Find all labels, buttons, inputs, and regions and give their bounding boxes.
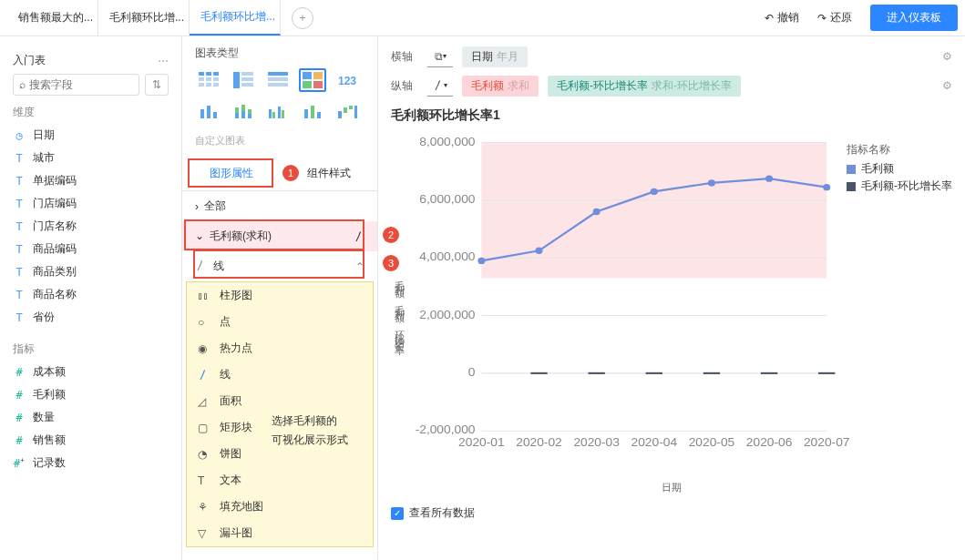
svg-text:0: 0 xyxy=(468,366,476,379)
text-icon: T xyxy=(13,175,26,188)
svg-point-61 xyxy=(477,258,485,264)
chart-type-bar[interactable] xyxy=(195,99,222,123)
svg-rect-36 xyxy=(317,112,321,118)
area-icon: ◿ xyxy=(198,395,210,408)
dd-text[interactable]: T文本 xyxy=(187,467,373,494)
checkbox-icon: ✓ xyxy=(391,507,404,520)
svg-point-64 xyxy=(651,188,658,195)
chart-type-bar-compare[interactable] xyxy=(299,99,326,123)
metric-sales[interactable]: #销售额 xyxy=(13,429,169,452)
dimensions-label: 维度 xyxy=(13,105,169,120)
chart-type-table-group[interactable] xyxy=(195,68,222,92)
chart-type-partition[interactable] xyxy=(299,68,326,92)
svg-rect-26 xyxy=(241,111,245,118)
dd-bar[interactable]: ⫾⫾柱形图 xyxy=(187,282,373,309)
hash-icon: # xyxy=(13,412,26,424)
svg-text:2020-07: 2020-07 xyxy=(804,436,850,449)
chart-type-bar-stack[interactable] xyxy=(230,99,257,123)
undo-icon: ↶ xyxy=(765,12,774,25)
svg-text:-2,000,000: -2,000,000 xyxy=(416,423,476,436)
svg-text:2020-01: 2020-01 xyxy=(458,436,505,449)
svg-rect-25 xyxy=(235,107,239,113)
dd-point[interactable]: ○点 xyxy=(187,309,373,335)
chart-type-kpi[interactable]: 123 xyxy=(334,68,361,92)
svg-rect-33 xyxy=(282,110,284,118)
dd-area[interactable]: ◿面积 xyxy=(187,388,373,414)
dd-funnel[interactable]: ▽漏斗图 xyxy=(187,520,373,546)
tab-1[interactable]: 毛利额环比增... xyxy=(98,0,190,36)
dd-map[interactable]: ⚘填充地图 xyxy=(187,494,373,520)
point-icon: ○ xyxy=(198,316,210,329)
all-series-row[interactable]: ›全部 xyxy=(182,191,377,221)
metric-qty[interactable]: #数量 xyxy=(13,406,169,429)
svg-rect-34 xyxy=(304,109,308,118)
sort-button[interactable]: ⇅ xyxy=(145,74,169,96)
redo-button[interactable]: ↷还原 xyxy=(817,10,852,25)
svg-rect-32 xyxy=(278,107,281,118)
add-tab-button[interactable]: ＋ xyxy=(292,7,313,29)
legend-swatch-2 xyxy=(847,182,856,191)
enter-dashboard-button[interactable]: 进入仪表板 xyxy=(870,5,958,31)
svg-text:123: 123 xyxy=(338,75,356,87)
search-input[interactable] xyxy=(29,78,133,91)
chart-plot[interactable]: 8,000,0006,000,0004,000,0002,000,0000-2,… xyxy=(408,133,952,479)
h-axis-settings-icon[interactable]: ⚙ xyxy=(942,50,952,63)
svg-rect-21 xyxy=(200,109,204,118)
hash-icon: #+ xyxy=(13,456,26,470)
svg-rect-4 xyxy=(206,77,211,81)
metric-count[interactable]: #+记录数 xyxy=(13,452,169,474)
chevron-right-icon: › xyxy=(195,200,199,213)
svg-rect-11 xyxy=(241,77,253,81)
field-city[interactable]: T城市 xyxy=(13,147,169,169)
svg-rect-37 xyxy=(338,111,342,118)
h-axis-type-icon[interactable]: ⧉▾ xyxy=(427,46,453,67)
hash-icon: # xyxy=(13,389,26,402)
search-input-wrap[interactable]: ⌕ xyxy=(13,74,139,96)
svg-point-62 xyxy=(535,248,542,254)
field-doc-code[interactable]: T单据编码 xyxy=(13,169,169,192)
annotation-text: 选择毛利额的可视化展示形式 xyxy=(272,412,348,450)
field-product-cat[interactable]: T商品类别 xyxy=(13,260,169,283)
svg-rect-8 xyxy=(213,83,219,87)
h-axis-label: 横轴 xyxy=(391,49,418,65)
svg-rect-3 xyxy=(199,77,204,81)
field-product-code[interactable]: T商品编码 xyxy=(13,238,169,260)
dd-line[interactable]: 〳线 xyxy=(187,361,373,388)
undo-button[interactable]: ↶撤销 xyxy=(765,10,799,25)
search-icon: ⌕ xyxy=(19,78,26,91)
svg-point-65 xyxy=(708,179,715,186)
v-axis-type-icon[interactable]: 〳▾ xyxy=(427,75,453,97)
funnel-icon: ▽ xyxy=(198,527,210,540)
svg-rect-31 xyxy=(272,112,275,118)
svg-rect-28 xyxy=(248,114,252,118)
field-store-name[interactable]: T门店名称 xyxy=(13,215,169,238)
tab-2[interactable]: 毛利额环比增... xyxy=(190,0,281,36)
chart-type-cross[interactable] xyxy=(230,68,257,92)
v-axis-settings-icon[interactable]: ⚙ xyxy=(942,79,952,92)
pie-icon: ◔ xyxy=(198,448,210,461)
svg-text:6,000,000: 6,000,000 xyxy=(419,193,475,206)
dd-heat[interactable]: ◉热力点 xyxy=(187,335,373,361)
field-date[interactable]: ◷日期 xyxy=(13,124,169,147)
field-store-code[interactable]: T门店编码 xyxy=(13,192,169,215)
field-product-name[interactable]: T商品名称 xyxy=(13,283,169,306)
more-icon[interactable]: ⋯ xyxy=(158,55,169,67)
chart-type-bar-multi[interactable] xyxy=(264,99,292,123)
metrics-label: 指标 xyxy=(13,341,169,357)
chart-title: 毛利额环比增长率1 xyxy=(391,107,952,124)
svg-rect-29 xyxy=(248,109,252,114)
h-axis-pill-date[interactable]: 日期年月 xyxy=(462,46,528,67)
svg-text:2020-02: 2020-02 xyxy=(516,436,562,449)
v-axis-pill-growth[interactable]: 毛利额-环比增长率求和-环比增长率 xyxy=(548,76,741,97)
tab-0[interactable]: 销售额最大的... xyxy=(7,0,98,36)
metric-gross[interactable]: #毛利额 xyxy=(13,383,169,406)
metric-cost[interactable]: #成本额 xyxy=(13,361,169,383)
chart-legend: 指标名称 毛利额 毛利额-环比增长率 xyxy=(847,142,952,196)
field-province[interactable]: T省份 xyxy=(13,306,169,329)
chart-type-list[interactable] xyxy=(264,68,292,92)
popular-table-label: 入门表 xyxy=(13,53,46,68)
chart-type-waterfall[interactable] xyxy=(334,99,361,123)
view-all-data-checkbox[interactable]: ✓查看所有数据 xyxy=(391,505,952,521)
v-axis-pill-gross[interactable]: 毛利额求和 xyxy=(462,76,539,97)
svg-rect-10 xyxy=(241,72,253,76)
